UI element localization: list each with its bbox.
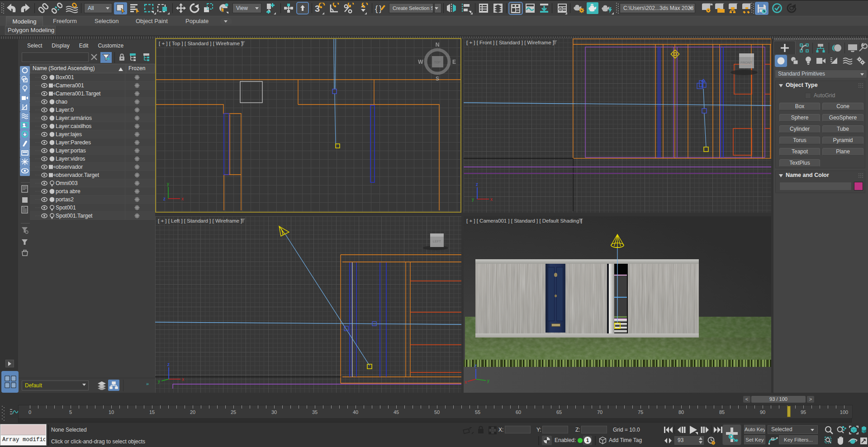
svg-text:x: x	[182, 377, 184, 382]
svg-text:z: z	[163, 196, 166, 201]
svg-text:x: x	[465, 380, 467, 385]
svg-text:E: E	[452, 59, 456, 65]
svg-text:LEFT: LEFT	[433, 239, 441, 243]
svg-text:FRONT: FRONT	[740, 61, 752, 65]
svg-text:TOP: TOP	[434, 61, 441, 64]
svg-text:x: x	[490, 197, 493, 202]
svg-text:y: y	[487, 378, 489, 383]
svg-text:W: W	[418, 59, 423, 65]
svg-text:z: z	[474, 363, 477, 368]
svg-text:N: N	[436, 42, 440, 48]
svg-text:z: z	[167, 362, 170, 367]
svg-text:y: y	[167, 181, 169, 186]
svg-text:y: y	[472, 197, 474, 202]
svg-text:{: {	[375, 4, 378, 13]
svg-text:S: S	[436, 76, 439, 82]
svg-text:y: y	[158, 379, 160, 384]
svg-text:x: x	[181, 196, 184, 201]
svg-text:z: z	[476, 182, 478, 187]
